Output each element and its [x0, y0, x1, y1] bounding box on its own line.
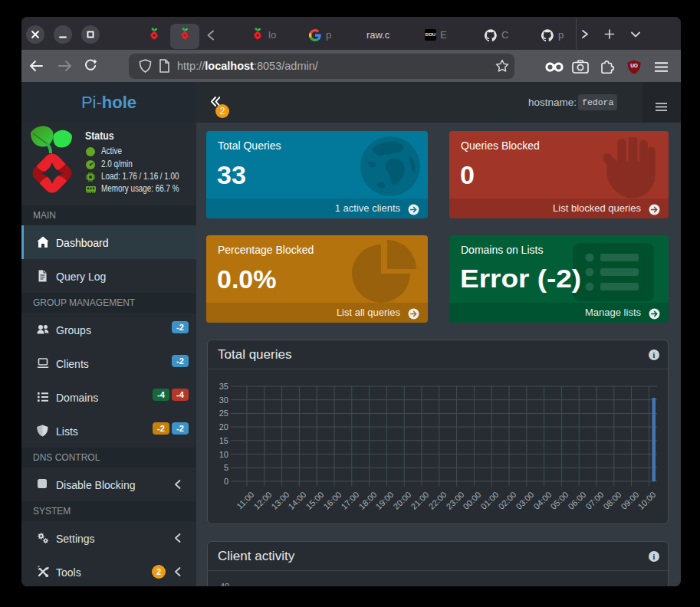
svg-text:i: i [653, 553, 656, 561]
svg-text:UO: UO [630, 63, 638, 68]
